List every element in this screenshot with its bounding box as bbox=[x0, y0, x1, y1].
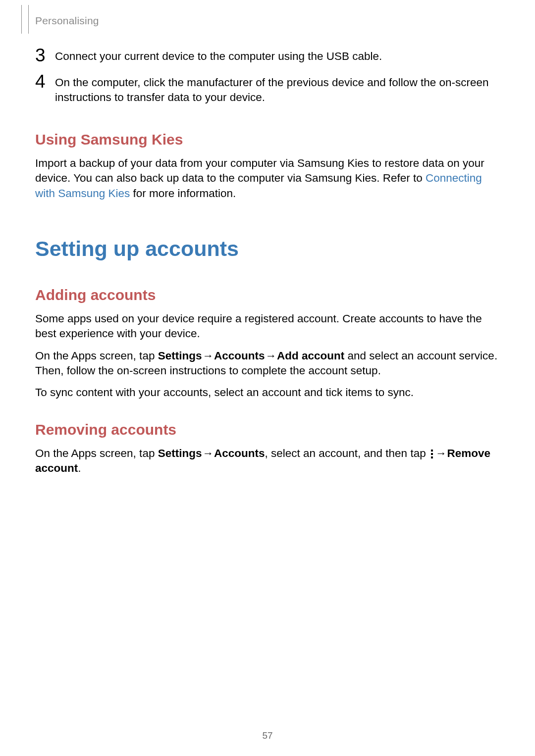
heading-removing-accounts: Removing accounts bbox=[35, 421, 500, 438]
numbered-step: 4 On the computer, click the manufacture… bbox=[35, 73, 500, 105]
adding-para-2: On the Apps screen, tap Settings → Accou… bbox=[35, 349, 500, 379]
ui-path-settings: Settings bbox=[158, 447, 202, 459]
heading-using-samsung-kies: Using Samsung Kies bbox=[35, 131, 500, 148]
ui-path-accounts: Accounts bbox=[214, 447, 265, 459]
page-number: 57 bbox=[0, 730, 535, 741]
adding-para-3: To sync content with your accounts, sele… bbox=[35, 385, 500, 400]
numbered-step: 3 Connect your current device to the com… bbox=[35, 47, 500, 64]
arrow-icon: → bbox=[202, 446, 214, 461]
heading-adding-accounts: Adding accounts bbox=[35, 287, 500, 303]
kies-paragraph: Import a backup of your data from your c… bbox=[35, 156, 500, 201]
heading-setting-up-accounts: Setting up accounts bbox=[35, 237, 500, 261]
chapter-header: Personalising bbox=[35, 15, 99, 27]
kies-text-post: for more information. bbox=[130, 187, 236, 200]
step-number-3: 3 bbox=[35, 46, 55, 64]
text: . bbox=[78, 462, 81, 474]
ui-path-add-account: Add account bbox=[277, 350, 344, 362]
arrow-icon: → bbox=[435, 446, 447, 461]
text: On the Apps screen, tap bbox=[35, 447, 158, 459]
arrow-icon: → bbox=[202, 349, 214, 363]
removing-para: On the Apps screen, tap Settings → Accou… bbox=[35, 446, 500, 476]
step-text: Connect your current device to the compu… bbox=[55, 47, 382, 64]
kies-text-pre: Import a backup of your data from your c… bbox=[35, 157, 484, 184]
tab-indicator bbox=[21, 5, 29, 34]
ui-path-accounts: Accounts bbox=[214, 350, 265, 362]
step-text: On the computer, click the manufacturer … bbox=[55, 73, 500, 105]
adding-para-1: Some apps used on your device require a … bbox=[35, 311, 500, 342]
text: , select an account, and then tap bbox=[265, 447, 428, 459]
ui-path-settings: Settings bbox=[158, 350, 202, 362]
step-number-4: 4 bbox=[35, 72, 55, 91]
more-options-icon bbox=[430, 449, 433, 459]
arrow-icon: → bbox=[265, 349, 277, 363]
text: On the Apps screen, tap bbox=[35, 350, 158, 362]
